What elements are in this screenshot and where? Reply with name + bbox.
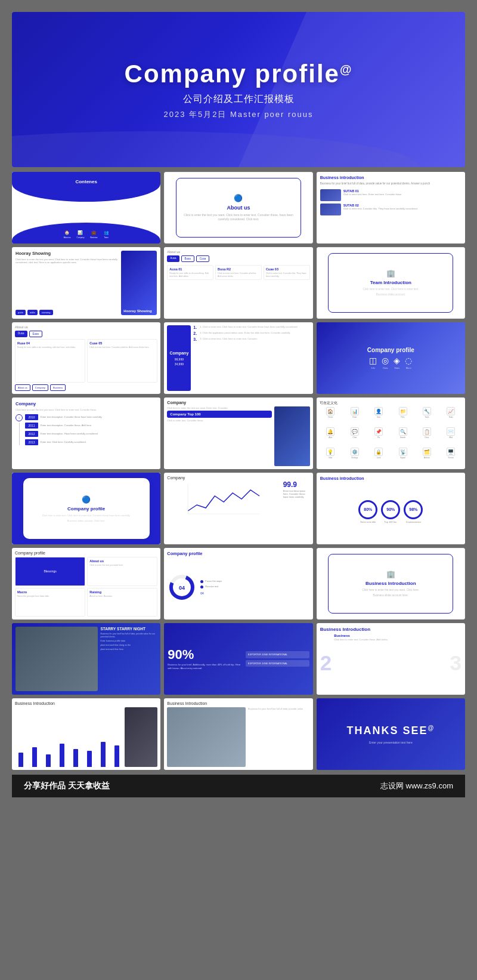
bb-bar-rect-7 <box>101 742 106 767</box>
ig-item-16: 📡Signal <box>392 448 414 466</box>
ig-item-12: ✉️Mail <box>440 427 462 446</box>
hero-date: 2023 年5月2日 Master poer rouus <box>163 109 313 120</box>
bb-bar-2 <box>29 747 40 767</box>
team-title: Team Introduction <box>370 280 411 285</box>
tab-cards: Ausa 01 Ready for core skills to do some… <box>167 265 309 280</box>
biz-white-text: Click here to enter the text you want. C… <box>358 588 425 591</box>
cp-text-tiny: Click here to enter the text you want. E… <box>167 406 271 409</box>
bb-bar-rect-2 <box>32 747 37 767</box>
slide-biz-bars: Business Introduction <box>12 698 160 770</box>
du-tab-1: Dusa <box>15 331 27 337</box>
tl-circle: i <box>16 414 23 421</box>
tl-items: 2010 Enter text description. Consider th… <box>25 414 157 445</box>
bp-body: Business for your brief but full of data… <box>167 707 309 767</box>
bc-circle-item-2: 90% Top 100 Inc. <box>381 500 400 523</box>
tl-item-2: 2011 Enter text description. Consider th… <box>25 423 157 429</box>
ig-icon-5: 🔧 <box>423 407 431 415</box>
ig-item-10: 🔍Search <box>392 427 414 446</box>
bb-bar-rect-4 <box>60 744 64 767</box>
cpd-num: 04 <box>200 591 309 595</box>
ig-item-2: 📊Chart <box>343 407 366 426</box>
bn-item-1: Business Click here to enter text. Consi… <box>334 634 447 641</box>
ig-label-14: Settings <box>351 457 358 459</box>
cpl-cell-2-text: Click to enter the text you want here. <box>89 564 155 566</box>
slide-biz-circles: Business introduction 80% Enter note tit… <box>317 473 465 544</box>
tab-card-2: Busa R2 Click to enter text here. Consid… <box>215 265 262 280</box>
bc-circle-item-1: 80% Enter note title <box>358 500 377 523</box>
icon-about-label: About us <box>64 236 71 239</box>
starry-right: STARRY STARRY NIGHT Business for your br… <box>100 627 157 691</box>
du-bottom: About us Company Business <box>15 384 157 391</box>
bb-bar-7 <box>97 742 109 767</box>
ig-label-16: Signal <box>400 457 405 459</box>
ig-label-17: Archive <box>424 457 430 459</box>
tab-card-1-title: Ausa 01 <box>169 267 211 271</box>
slide-team: 🏢 Team Introduction Click here to enter … <box>317 247 465 319</box>
cli-num-3: 3. <box>193 337 198 341</box>
lc-svg <box>167 481 280 517</box>
starry-top: STARRY STARRY NIGHT Business for your br… <box>16 627 157 691</box>
bn-body: 2 Business Click here to enter text. Con… <box>320 634 461 691</box>
team-icon: 🏢 <box>386 269 395 278</box>
slide-biz-white: 🏢 Business Introduction Click here to en… <box>317 548 465 620</box>
bc-label-1: Enter note title <box>360 520 376 523</box>
ig-label-12: Mail <box>450 436 453 439</box>
cpl-cell-2: About us Click to enter the text you wan… <box>87 557 157 586</box>
footer: 分享好作品 天天拿收益 志设网 www.zs9.com <box>12 775 465 797</box>
tab-card-3-text: Click to enter text. Consider this. They… <box>266 272 308 278</box>
lc-num-label: Enter text description here. Consider th… <box>283 489 310 499</box>
cpd-donut-svg: 04 <box>167 572 197 602</box>
tag-2: adda <box>27 310 38 315</box>
biz-white-icon: 🏢 <box>386 570 395 578</box>
bb-bar-rect-5 <box>73 749 78 767</box>
ig-item-15: 🔒Lock <box>367 448 389 466</box>
bp-right: Business for your brief but full of data… <box>248 707 310 767</box>
slide-company-list: Company 99,999 34,999 1. 1. Click to ent… <box>164 322 312 394</box>
cpl-cell-3: Macro Name the principle here data slide… <box>15 588 85 617</box>
bn-items: Business Click here to enter text. Consi… <box>334 634 447 691</box>
thanks-title-text: THANKS SEE <box>346 725 428 736</box>
biz-item-2: SUTAB 02 Click to enter text. Consider t… <box>320 204 461 215</box>
about-text: Click to enter the text you want. Click … <box>176 213 301 221</box>
slide-line-chart: Company 99.9 Enter text description here… <box>164 473 312 544</box>
icon-business: 💼Business <box>90 230 97 239</box>
ig-icon-9: 📌 <box>374 427 383 436</box>
biz-item-desc-2: Click to enter text. Consider this. They… <box>343 207 461 210</box>
hero-at-symbol: @ <box>340 63 353 76</box>
about-box: 🔵 About us Click to enter the text you w… <box>176 178 301 238</box>
hooray-text: Click here to enter the text you want. C… <box>16 258 119 264</box>
slide-contents: Contenes 🏠About us 📊Company 💼Business 👥T… <box>12 172 160 244</box>
icon-business-label: Business <box>90 236 97 239</box>
tl-year-1: 2010 <box>25 414 38 420</box>
biz-header: Business introduction <box>320 175 461 180</box>
cpd-dot-1 <box>200 580 203 583</box>
du-tabs: Dusa Eusa <box>15 331 157 337</box>
tl-year-4: 2013 <box>25 439 38 445</box>
company-left-title: Company <box>169 351 188 355</box>
tag-3: snowing <box>39 310 53 315</box>
ig-item-4: 📁Files <box>392 407 414 426</box>
slide-cp-blue: Company profile ◫ Info ◎ Data ◈ Stats ◌ … <box>317 322 465 394</box>
tab-card-3-title: Cuae 03 <box>266 267 308 271</box>
du-card-2-text: Click to enter text here. Consider wheth… <box>89 346 155 349</box>
ninety-percent: 90% <box>168 648 243 661</box>
du-about: About us <box>15 384 30 391</box>
team-subtext: Business slides account. <box>371 293 410 296</box>
hooray-right-label: Hooray Showing <box>123 309 151 313</box>
bc-circle-1: 80% <box>358 500 377 519</box>
ig-title: 可自定义化 <box>320 400 462 406</box>
hero-slide: Company profile@ 公司介绍及工作汇报模板 2023 年5月2日 … <box>12 12 465 167</box>
bn-title: Business Introduction <box>320 627 461 632</box>
starry-title: STARRY STARRY NIGHT <box>100 627 157 631</box>
cp-icon-1-sym: ◫ <box>369 356 377 365</box>
lc-header: Company <box>167 476 309 480</box>
svg-text:04: 04 <box>179 585 185 591</box>
cp-icon-3-label: Stats <box>394 366 399 369</box>
cli-3: 3. 3. Click to enter text. Click here to… <box>193 337 309 341</box>
cp-icon-2-sym: ◎ <box>382 356 389 365</box>
cp-photo <box>274 406 310 466</box>
tab-card-1-text: Ready for core skills to do something. E… <box>169 272 211 278</box>
ig-icon-4: 📁 <box>399 407 407 415</box>
company-left-nums: 99,999 34,999 <box>175 358 184 366</box>
ig-label-2: Chart <box>352 416 357 418</box>
